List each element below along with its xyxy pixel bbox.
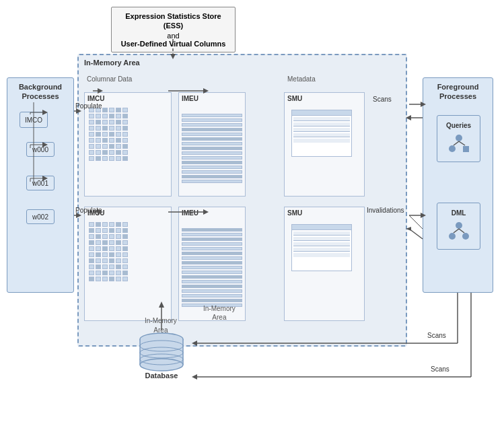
svg-line-39 bbox=[409, 215, 423, 229]
imcu-box-2: IMCU bbox=[84, 207, 172, 321]
svg-marker-47 bbox=[192, 374, 197, 380]
inmemory-bottom-label: In-MemoryArea bbox=[145, 316, 177, 335]
w000-node: w000 bbox=[26, 142, 55, 157]
queries-node: Queries bbox=[437, 115, 480, 162]
background-title: BackgroundProcesses bbox=[7, 78, 73, 104]
columnar-label: Columnar Data bbox=[87, 75, 132, 83]
svg-rect-2 bbox=[463, 146, 469, 152]
svg-point-7 bbox=[462, 233, 469, 240]
svg-point-5 bbox=[456, 222, 462, 229]
svg-point-1 bbox=[449, 145, 456, 152]
inmemory-area-panel: In-Memory Area Columnar Data Metadata IM… bbox=[77, 54, 407, 347]
ess-title: Expression Statistics Store (ESS) bbox=[118, 11, 228, 31]
imcu-label-1: IMCU bbox=[85, 93, 171, 104]
svg-text:Scans: Scans bbox=[431, 365, 449, 373]
inmemory-area-bottom-label: In-MemoryArea bbox=[203, 304, 236, 322]
database-cylinder: Database bbox=[135, 330, 188, 380]
foreground-title: ForegroundProcesses bbox=[423, 78, 493, 104]
metadata-label: Metadata bbox=[287, 75, 316, 83]
dml-icon bbox=[445, 220, 472, 244]
inmemory-title: In-Memory Area bbox=[79, 55, 406, 70]
dml-label: DML bbox=[452, 209, 466, 217]
foreground-processes-panel: ForegroundProcesses Queries DML bbox=[423, 77, 493, 293]
diagram: Expression Statistics Store (ESS) and Us… bbox=[0, 0, 504, 426]
w001-node: w001 bbox=[26, 176, 55, 190]
imeu-box-1: IMEU bbox=[178, 92, 246, 197]
queries-label: Queries bbox=[446, 122, 471, 129]
smu-box-1: SMU bbox=[284, 92, 365, 197]
imeu-label-1: IMEU bbox=[179, 93, 245, 104]
w002-node: w002 bbox=[26, 209, 55, 224]
svg-line-8 bbox=[454, 229, 459, 233]
smu-box-2: SMU bbox=[284, 207, 365, 321]
svg-line-4 bbox=[459, 141, 465, 145]
svg-line-3 bbox=[454, 141, 459, 145]
svg-line-66 bbox=[409, 229, 423, 239]
ess-box: Expression Statistics Store (ESS) and Us… bbox=[111, 7, 236, 52]
svg-line-9 bbox=[459, 229, 464, 233]
imcu-box-1: IMCU bbox=[84, 92, 172, 197]
svg-text:Scans: Scans bbox=[427, 332, 446, 339]
background-processes-panel: BackgroundProcesses IMCO w000 w001 w002 bbox=[7, 77, 74, 293]
imco-node: IMCO bbox=[20, 112, 48, 128]
queries-icon bbox=[445, 133, 472, 156]
database-icon bbox=[135, 330, 188, 374]
imcu-label-2: IMCU bbox=[85, 207, 171, 219]
smu-label-2: SMU bbox=[285, 207, 364, 219]
smu-label-1: SMU bbox=[285, 93, 364, 104]
ess-subtitle: and bbox=[118, 32, 228, 40]
dml-node: DML bbox=[437, 203, 480, 250]
svg-point-0 bbox=[456, 135, 462, 141]
svg-point-6 bbox=[449, 233, 456, 240]
imeu-label-2: IMEU bbox=[179, 207, 245, 219]
ess-subtitle2: User-Defined Virtual Columns bbox=[118, 40, 228, 48]
